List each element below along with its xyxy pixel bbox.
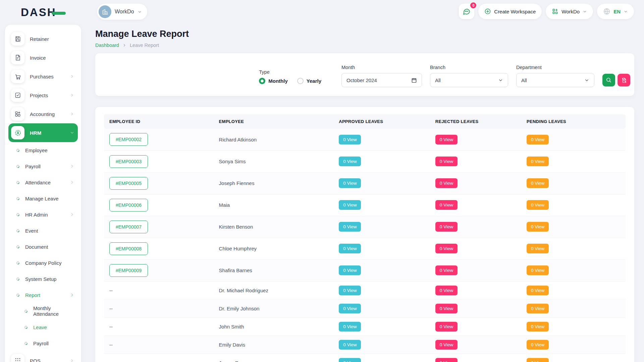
app-logo[interactable]: DASH: [21, 6, 66, 19]
sidebar-item-payroll[interactable]: Payroll: [8, 335, 78, 351]
sidebar-item-company-policy[interactable]: Company Policy: [8, 255, 78, 271]
branch-select[interactable]: All: [430, 73, 508, 87]
rejected-leaves-view-button[interactable]: 0 View: [435, 322, 458, 331]
sidebar-item-purchases[interactable]: Purchases: [8, 67, 78, 86]
pending-leaves-view-button[interactable]: 0 View: [527, 222, 549, 232]
chevron-down-icon: [138, 10, 142, 14]
approved-leaves-view-button[interactable]: 0 View: [339, 178, 361, 188]
page-title: Manage Leave Report: [95, 29, 634, 39]
search-button[interactable]: [602, 74, 615, 86]
sidebar-item-event[interactable]: Event: [8, 223, 78, 239]
calendar-icon: [411, 77, 417, 83]
sidebar-item-hrm[interactable]: HRM: [8, 123, 78, 142]
rejected-leaves-view-button[interactable]: 0 View: [435, 286, 458, 295]
approved-leaves-view-button[interactable]: 0 View: [339, 244, 361, 253]
rejected-leaves-view-button[interactable]: 0 View: [435, 304, 458, 313]
column-header: PENDING LEAVES: [521, 114, 626, 129]
pending-leaves-view-button[interactable]: 0 View: [527, 244, 549, 253]
employee-name: Dr. Emily Johnson: [219, 306, 260, 311]
approved-leaves-view-button[interactable]: 0 View: [339, 286, 361, 295]
sidebar-item-label: Attendance: [25, 180, 70, 185]
reset-filter-button[interactable]: [618, 74, 630, 86]
sidebar-item-manage-leave[interactable]: Manage Leave: [8, 190, 78, 206]
pending-leaves-view-button[interactable]: 0 View: [527, 157, 549, 166]
chat-icon: [463, 7, 471, 15]
rejected-leaves-view-button[interactable]: 0 View: [435, 222, 458, 232]
sidebar-item-hr-admin[interactable]: HR Admin: [8, 206, 78, 223]
table-row: #EMP00002Richard Atkinson0 View0 View0 V…: [104, 129, 626, 150]
approved-leaves-view-button[interactable]: 0 View: [339, 157, 361, 166]
logo-dash-accent: [52, 12, 66, 15]
employee-id-badge[interactable]: #EMP00009: [109, 264, 148, 277]
pending-leaves-view-button[interactable]: 0 View: [527, 358, 549, 362]
approved-leaves-view-button[interactable]: 0 View: [339, 358, 361, 362]
pending-leaves-view-button[interactable]: 0 View: [527, 178, 549, 188]
sidebar-item-projects[interactable]: Projects: [8, 86, 78, 105]
bullet-icon: [16, 213, 20, 217]
type-radio-yearly[interactable]: Yearly: [297, 78, 321, 84]
sidebar-item-accounting[interactable]: Accounting: [8, 105, 78, 123]
workspace-selector[interactable]: WorkDo: [97, 4, 147, 20]
approved-leaves-view-button[interactable]: 0 View: [339, 304, 361, 313]
employee-id-badge[interactable]: #EMP00006: [109, 199, 148, 212]
employee-id-badge[interactable]: #EMP00003: [109, 155, 148, 168]
employee-name: John Smith: [219, 324, 244, 329]
create-workspace-label: Create Workspace: [494, 9, 536, 14]
type-label: Type: [259, 69, 321, 75]
pending-leaves-view-button[interactable]: 0 View: [527, 322, 549, 331]
messages-button[interactable]: 0: [459, 4, 474, 19]
month-input[interactable]: October 2024: [341, 73, 422, 87]
employee-id-badge[interactable]: #EMP00002: [109, 133, 148, 146]
rejected-leaves-view-button[interactable]: 0 View: [435, 135, 458, 144]
approved-leaves-view-button[interactable]: 0 View: [339, 322, 361, 331]
sidebar-item-system-setup[interactable]: System Setup: [8, 271, 78, 287]
approved-leaves-view-button[interactable]: 0 View: [339, 340, 361, 350]
pending-leaves-view-button[interactable]: 0 View: [527, 265, 549, 275]
language-selector[interactable]: EN: [597, 4, 634, 19]
grid-plus-icon: [552, 8, 558, 15]
rejected-leaves-view-button[interactable]: 0 View: [435, 358, 458, 362]
approved-leaves-view-button[interactable]: 0 View: [339, 200, 361, 210]
sidebar-item-invoice[interactable]: Invoice: [8, 48, 78, 67]
sidebar-item-report[interactable]: Report: [8, 287, 78, 303]
employee-id-badge[interactable]: #EMP00007: [109, 221, 148, 233]
sidebar-item-retainer[interactable]: Retainer: [8, 29, 78, 48]
sidebar-item-label: Event: [25, 228, 74, 234]
rejected-leaves-view-button[interactable]: 0 View: [435, 178, 458, 188]
employee-id-badge[interactable]: #EMP00008: [109, 242, 148, 255]
building-icon: [99, 5, 111, 18]
breadcrumb-dashboard-link[interactable]: Dashboard: [95, 43, 119, 48]
sidebar-item-attendance[interactable]: Attendance: [8, 174, 78, 190]
bullet-icon: [24, 341, 28, 346]
pending-leaves-view-button[interactable]: 0 View: [527, 200, 549, 210]
sidebar-item-employee[interactable]: Employee: [8, 142, 78, 158]
employee-id-badge[interactable]: #EMP00005: [109, 177, 148, 190]
pending-leaves-view-button[interactable]: 0 View: [527, 286, 549, 295]
approved-leaves-view-button[interactable]: 0 View: [339, 265, 361, 275]
sidebar-item-payroll[interactable]: Payroll: [8, 158, 78, 174]
table-row: --Dr. Emily Johnson0 View0 View0 View: [104, 299, 626, 317]
pending-leaves-view-button[interactable]: 0 View: [527, 340, 549, 350]
approved-leaves-view-button[interactable]: 0 View: [339, 222, 361, 232]
sidebar-item-leave[interactable]: Leave: [8, 319, 78, 335]
rejected-leaves-view-button[interactable]: 0 View: [435, 265, 458, 275]
rejected-leaves-view-button[interactable]: 0 View: [435, 157, 458, 166]
type-radio-monthly[interactable]: Monthly: [259, 78, 288, 84]
sidebar-item-pos[interactable]: POS: [8, 351, 78, 362]
bullet-icon: [24, 309, 28, 313]
rejected-leaves-view-button[interactable]: 0 View: [435, 200, 458, 210]
sidebar-item-document[interactable]: Document: [8, 239, 78, 255]
radio-label: Monthly: [268, 78, 288, 84]
rejected-leaves-view-button[interactable]: 0 View: [435, 340, 458, 350]
sidebar-item-label: POS: [30, 358, 70, 362]
approved-leaves-view-button[interactable]: 0 View: [339, 135, 361, 144]
pending-leaves-view-button[interactable]: 0 View: [527, 135, 549, 144]
department-select[interactable]: All: [516, 73, 594, 87]
pending-leaves-view-button[interactable]: 0 View: [527, 304, 549, 313]
rejected-leaves-view-button[interactable]: 0 View: [435, 244, 458, 253]
create-workspace-button[interactable]: Create Workspace: [478, 4, 542, 19]
sidebar-item-monthly-attendance[interactable]: Monthly Attendance: [8, 303, 78, 319]
table-row: --Emily Davis0 View0 View0 View: [104, 336, 626, 354]
bullet-icon: [24, 325, 28, 329]
workdo-menu-button[interactable]: WorkDo: [546, 4, 593, 19]
